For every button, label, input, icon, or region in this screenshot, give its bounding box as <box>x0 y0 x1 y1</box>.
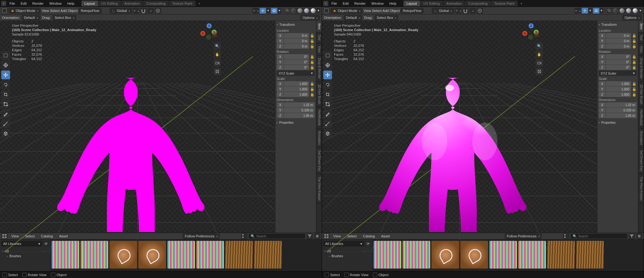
drag-mode-dropdown[interactable]: Select Box <box>375 15 399 20</box>
nav-zoom-icon[interactable]: 🔍 <box>536 42 543 50</box>
asset-menu-asset[interactable]: Asset <box>379 234 392 239</box>
snap-toggle[interactable] <box>140 8 147 14</box>
nav-camera-icon[interactable] <box>536 59 543 67</box>
lock-icon[interactable]: 🔓 <box>632 44 637 49</box>
catalog-all[interactable]: All▫ ⋮ <box>1 248 49 254</box>
tool-scale[interactable] <box>323 90 332 99</box>
retopoflow-button[interactable]: RetopoFlow <box>79 8 102 14</box>
nav-pan-icon[interactable]: ✋ <box>214 51 221 58</box>
asset-filter-button[interactable] <box>629 233 635 239</box>
shading-dropdown[interactable]: ▾ <box>317 8 320 14</box>
asset-refresh-icon[interactable]: ⟳ <box>365 241 371 247</box>
snap-dropdown[interactable] <box>147 8 154 14</box>
gizmo-toggle[interactable] <box>582 8 588 14</box>
asset-search[interactable]: 🔍 <box>249 234 305 239</box>
scale-z-field[interactable]: 1.000 <box>606 92 631 97</box>
shading-rendered[interactable] <box>632 8 638 14</box>
dim-z-field[interactable]: 1.85 m <box>284 113 315 118</box>
tool-orientation-dropdown[interactable]: Default <box>344 15 362 20</box>
nav-camera-icon[interactable] <box>214 59 221 67</box>
scale-x-field[interactable]: 1.000 <box>284 81 309 86</box>
visibility-dropdown[interactable] <box>253 8 259 14</box>
scale-z-field[interactable]: 1.000 <box>284 92 309 97</box>
sidetab-hairmodule[interactable]: HairModule <box>316 107 322 128</box>
properties-section[interactable]: Properties <box>277 120 315 125</box>
sidetab-tool[interactable]: Tool <box>638 32 644 43</box>
asset-thumbnail[interactable] <box>138 241 166 269</box>
header-select[interactable]: Select <box>50 9 60 13</box>
sidetab-droprender[interactable]: Drop & Render <box>316 55 322 82</box>
options-dropdown[interactable]: Options <box>300 15 320 20</box>
sidetab-item[interactable]: Item <box>316 21 322 32</box>
tool-select-box[interactable] <box>1 51 10 60</box>
asset-menu-asset[interactable]: Asset <box>57 234 70 239</box>
menu-edit[interactable]: Edit <box>340 1 351 6</box>
snap-toggle[interactable] <box>462 8 469 14</box>
sidetab-3dhair[interactable]: 3D Hair Brush <box>316 82 322 107</box>
header-add[interactable]: Add <box>61 9 67 13</box>
header-view[interactable]: View <box>364 9 371 13</box>
visibility-dropdown[interactable] <box>575 8 581 14</box>
asset-refresh-icon[interactable]: ⟳ <box>43 241 49 247</box>
pivot-dropdown[interactable] <box>455 8 461 14</box>
workspace-tab-layout[interactable]: Layout <box>81 1 98 6</box>
menu-render[interactable]: Render <box>30 1 46 6</box>
sidetab-droprender[interactable]: Drop & Render <box>638 55 644 82</box>
asset-thumbnail[interactable] <box>109 241 137 269</box>
sidetab-viewkeeper[interactable]: The View Keeper <box>638 174 644 204</box>
dim-x-field[interactable]: 1.32 m <box>284 102 315 107</box>
asset-thumbnail[interactable] <box>167 241 195 269</box>
lock-icon[interactable]: 🔓 <box>632 65 637 70</box>
tool-cursor[interactable] <box>323 61 332 70</box>
lock-icon[interactable]: 🔓 <box>310 54 315 59</box>
nav-gizmo[interactable]: Y Z X 🔍 ✋ <box>519 23 544 75</box>
sidetab-animation[interactable]: Animation <box>316 128 322 148</box>
workspace-tab-uv[interactable]: UV Editing <box>98 1 121 6</box>
catalog-brushes[interactable]: Brushes <box>323 254 371 258</box>
drag-mode-dropdown[interactable]: Select Box <box>53 15 77 20</box>
lock-icon[interactable]: 🔓 <box>310 87 315 92</box>
retopoflow-button[interactable]: RetopoFlow <box>401 8 424 14</box>
scale-y-field[interactable]: 1.000 <box>284 87 309 92</box>
asset-thumbnail[interactable] <box>431 241 459 269</box>
shading-solid[interactable] <box>297 8 303 14</box>
menu-file[interactable]: File <box>7 1 18 6</box>
tool-rotate[interactable] <box>323 80 332 89</box>
overlay-toggle[interactable] <box>593 8 599 14</box>
nav-gizmo[interactable]: Y Z X 🔍 ✋ <box>197 23 222 75</box>
tool-add-cube[interactable] <box>323 129 332 138</box>
dim-x-field[interactable]: 1.32 m <box>606 102 637 107</box>
asset-display-dropdown[interactable] <box>563 233 569 239</box>
loc-z-field[interactable]: 0 m <box>284 44 309 49</box>
tool-measure[interactable] <box>1 119 10 128</box>
asset-library-dropdown[interactable]: All Libraries▾ <box>323 241 364 247</box>
asset-thumbnail[interactable] <box>374 241 401 269</box>
tool-select-box[interactable] <box>323 51 332 60</box>
nav-zoom-icon[interactable]: 🔍 <box>214 42 221 50</box>
sidetab-animation[interactable]: Animation <box>638 128 644 148</box>
asset-thumbnail[interactable] <box>80 241 108 269</box>
workspace-add-button[interactable]: + <box>518 1 525 6</box>
sidetab-3dhair[interactable]: 3D Hair Brush <box>638 82 644 107</box>
sidetab-view[interactable]: View <box>316 43 322 56</box>
asset-search-input[interactable] <box>256 235 303 238</box>
dim-y-field[interactable]: 0.339 m <box>606 108 637 113</box>
lock-icon[interactable]: 🔓 <box>632 60 637 65</box>
asset-thumbnail[interactable] <box>52 241 79 269</box>
tool-scale[interactable] <box>1 90 10 99</box>
lock-icon[interactable]: 🔓 <box>632 87 637 92</box>
gizmo-dropdown[interactable]: ▾ <box>588 8 592 14</box>
menu-edit[interactable]: Edit <box>18 1 29 6</box>
asset-thumbnail[interactable] <box>196 241 224 269</box>
tool-transform[interactable] <box>323 100 332 109</box>
tool-measure[interactable] <box>323 119 332 128</box>
loc-x-field[interactable]: 0 m <box>606 33 631 38</box>
workspace-tab-texpaint[interactable]: Texture Paint <box>491 1 518 6</box>
shading-wireframe[interactable] <box>290 8 297 14</box>
asset-editor-type[interactable] <box>1 233 8 239</box>
loc-y-field[interactable]: 0 m <box>284 38 309 43</box>
overlay-dropdown[interactable]: ▾ <box>278 8 281 14</box>
dim-y-field[interactable]: 0.339 m <box>284 108 315 113</box>
menu-window[interactable]: Window <box>369 1 386 6</box>
lock-icon[interactable]: 🔓 <box>310 60 315 65</box>
